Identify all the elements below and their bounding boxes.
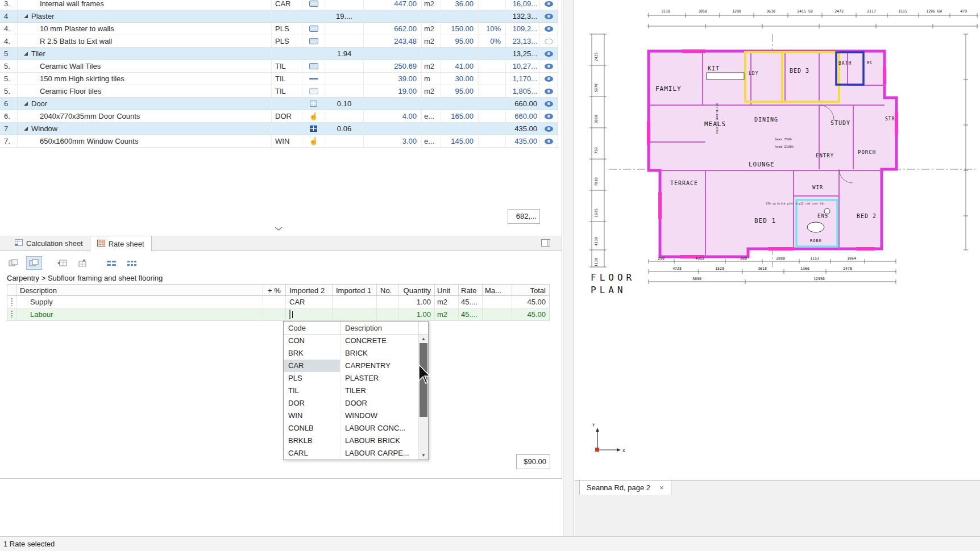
blue-bars-icon[interactable]: [103, 256, 119, 270]
visibility-eye-icon[interactable]: [540, 60, 558, 72]
col-description[interactable]: Description: [16, 285, 263, 295]
row-description-text: 650x1600mm Window Counts: [40, 137, 138, 145]
estimate-grid: 3. Internal wall frames CAR 447.00 m2 36…: [0, 0, 558, 148]
visibility-eye-icon[interactable]: [540, 73, 558, 85]
estimate-row[interactable]: 7. 650x1600mm Window Counts WIN ☝ 3.00 e…: [0, 135, 558, 148]
tab-calculation-sheet[interactable]: Calculation sheet: [8, 236, 90, 251]
code-option[interactable]: TILTILER: [284, 385, 418, 397]
markup-cell: [479, 135, 506, 147]
code-option[interactable]: CARLLABOUR CARPE...: [284, 447, 418, 460]
estimate-group-row[interactable]: 7 Window 0.06 435.00: [0, 123, 558, 135]
markup-cell: [479, 110, 506, 122]
estimate-row[interactable]: 4. R 2.5 Batts to Ext wall PLS 243.48 m2…: [0, 35, 558, 48]
code-option[interactable]: PLSPLASTER: [284, 372, 418, 385]
plan-title-line2: PLAN: [591, 285, 626, 295]
unit-cell: [422, 98, 441, 110]
dimension-label: 1290: [732, 9, 741, 14]
pane-collapse-chevron-icon[interactable]: [272, 226, 285, 233]
room-label-str: STR: [885, 116, 895, 122]
option-code: WIN: [284, 410, 340, 422]
code-option[interactable]: WINWINDOW: [284, 410, 418, 422]
plan-annotation: head 2100h: [775, 145, 794, 148]
rate-sheet-total: $90.00: [516, 454, 550, 469]
markup-cell: [479, 60, 506, 72]
imported2-code-input[interactable]: [289, 310, 290, 319]
tab-rate-sheet[interactable]: Rate sheet: [90, 236, 152, 251]
factor-cell: [325, 35, 364, 47]
floor-plan-canvas[interactable]: 3110 3050 1290 3630 2415 SB 2472 2117 15…: [575, 0, 980, 482]
rate-row-supply[interactable]: Supply CAR 1.00 m2 45.... 45.00: [7, 296, 550, 308]
quantity-cell: 1.00: [398, 296, 435, 308]
estimate-group-row[interactable]: 5 Tiler 1.94 13,25...: [0, 48, 558, 60]
visibility-eye-icon[interactable]: [540, 98, 558, 110]
rate-row-labour[interactable]: Labour 1.00 m2 45.... 45.00: [7, 308, 550, 321]
col-quantity[interactable]: Quantity: [398, 285, 435, 295]
close-tab-icon[interactable]: ×: [659, 483, 664, 492]
visibility-eye-icon[interactable]: [540, 110, 558, 122]
visibility-eye-icon[interactable]: [540, 0, 558, 10]
unit-cell: m2: [422, 60, 441, 72]
estimate-group-row[interactable]: 4 Plaster 19.... 132,3...: [0, 10, 558, 23]
col-imported1[interactable]: Imported 1: [333, 285, 377, 295]
visibility-eye-icon[interactable]: [540, 35, 558, 47]
table-arrow-left-icon[interactable]: [55, 256, 70, 270]
pane-splitter[interactable]: [563, 0, 574, 536]
code-option[interactable]: BRKLBLABOUR BRICK: [284, 435, 418, 447]
visibility-eye-icon[interactable]: [540, 135, 558, 147]
estimate-row[interactable]: 5. 150 mm High skirting tiles TIL 39.00 …: [0, 73, 558, 85]
blue-grid-icon[interactable]: [124, 256, 140, 270]
option-description: LABOUR BRICK: [340, 435, 418, 447]
visibility-eye-icon[interactable]: [540, 123, 558, 135]
sheets-active-icon[interactable]: [26, 256, 42, 270]
scroll-down-icon[interactable]: ▼: [419, 453, 428, 458]
expand-triangle-icon[interactable]: [24, 14, 28, 18]
row-drag-handle[interactable]: [7, 308, 16, 320]
estimate-row[interactable]: 6. 2040x770x35mm Door Counts DOR ☝ 4.00 …: [0, 110, 558, 123]
row-description: 150 mm High skirting tiles: [18, 73, 272, 85]
col-imported2[interactable]: Imported 2: [286, 285, 333, 295]
estimate-row[interactable]: 4. 10 mm Plaster to walls PLS 662.00 m2 …: [0, 23, 558, 35]
panel-toggle-icon[interactable]: [541, 239, 550, 249]
col-rate[interactable]: Rate: [459, 285, 483, 295]
plan-annotation: base 750h: [775, 137, 792, 141]
estimate-row[interactable]: 5. Ceramic Wall Tiles TIL 250.69 m2 41.0…: [0, 60, 558, 73]
visibility-eye-icon[interactable]: [540, 85, 558, 97]
row-drag-handle[interactable]: [7, 296, 16, 308]
estimate-row[interactable]: 3. Internal wall frames CAR 447.00 m2 36…: [0, 0, 558, 10]
visibility-eye-icon[interactable]: [540, 10, 558, 22]
room-label-robe: ROBE: [810, 239, 822, 243]
row-description: 10 mm Plaster to walls: [18, 23, 272, 35]
code-option[interactable]: CONLBLABOUR CONC...: [284, 422, 418, 435]
quantity-cell: [364, 98, 422, 110]
expand-triangle-icon[interactable]: [24, 127, 28, 131]
col-plus-pct[interactable]: + %: [263, 285, 286, 295]
estimate-group-row[interactable]: 6 Door 0.10 660.00: [0, 98, 558, 110]
visibility-eye-icon[interactable]: [540, 23, 558, 35]
table-arrow-up-icon[interactable]: [75, 256, 91, 270]
col-markup[interactable]: Ma...: [483, 285, 512, 295]
code-option[interactable]: DORDOOR: [284, 397, 418, 410]
code-option[interactable]: BRKBRICK: [284, 347, 418, 360]
total-cell: 1,805...: [506, 85, 540, 97]
quantity-cell: 243.48: [364, 35, 422, 47]
visibility-eye-icon[interactable]: [540, 48, 558, 60]
dropdown-col-description: Description: [340, 322, 419, 334]
expand-triangle-icon[interactable]: [24, 52, 28, 56]
col-unit[interactable]: Unit: [435, 285, 459, 295]
drawing-tab[interactable]: Seanna Rd, page 2 ×: [579, 481, 671, 495]
drawing-tab-strip: Seanna Rd, page 2 ×: [575, 480, 980, 495]
col-no[interactable]: No.: [377, 285, 398, 295]
scroll-up-icon[interactable]: ▲: [419, 336, 428, 341]
markup-cell: [479, 73, 506, 85]
dropdown-scrollbar[interactable]: ▲ ▼: [418, 335, 428, 460]
estimate-row[interactable]: 5. Ceramic Floor tiles TIL 19.00 m2 95.0…: [0, 85, 558, 98]
sheet-tab-strip: Calculation sheet Rate sheet: [0, 236, 562, 251]
plus-pct-cell: [263, 296, 286, 308]
row-description: R 2.5 Batts to Ext wall: [18, 35, 272, 47]
code-option[interactable]: CONCONCRETE: [284, 335, 418, 347]
sheets-icon[interactable]: [6, 256, 22, 270]
col-total[interactable]: Total: [512, 285, 550, 295]
expand-triangle-icon[interactable]: [24, 102, 28, 106]
code-option-selected[interactable]: CARCARPENTRY: [284, 360, 418, 372]
quantity-cell: 39.00: [364, 73, 422, 85]
